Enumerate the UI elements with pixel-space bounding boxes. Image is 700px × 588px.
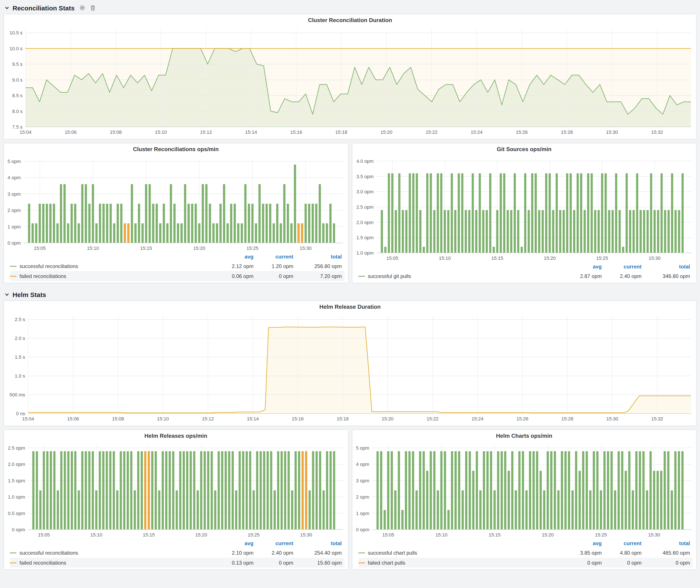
svg-text:15:30: 15:30: [648, 532, 660, 538]
svg-text:15:26: 15:26: [516, 416, 528, 422]
svg-text:1.5 s: 1.5 s: [15, 354, 25, 360]
legend-series-label: failed chart pulls: [368, 560, 405, 566]
svg-text:15:24: 15:24: [471, 416, 483, 422]
legend-header-row: avg current total: [358, 262, 693, 271]
row-cluster-duration: Cluster Reconciliation Duration 10.5 s10…: [3, 14, 697, 139]
helm-release-duration-chart[interactable]: 2.5 s2.0 s1.5 s1.0 s500 ms0 ns15:0415:06…: [5, 312, 695, 423]
helm-charts-opm-chart[interactable]: 5 opm4 opm3 opm2 opm1 opm0 opm15:0515:10…: [353, 441, 695, 539]
legend-total-value: 15.60 opm: [293, 560, 344, 566]
row-helm-rates: Helm Releases ops/min 2.5 opm2.0 opm1.5 …: [3, 430, 697, 570]
legend-series-toggle[interactable]: failed reconciliations: [10, 273, 214, 279]
svg-text:15:04: 15:04: [22, 416, 34, 422]
svg-text:3.5 opm: 3.5 opm: [356, 174, 374, 179]
legend-avg-value: 0 opm: [562, 560, 602, 566]
legend-avg-value: 2.87 opm: [562, 273, 602, 279]
series-color-dash: [10, 276, 16, 276]
legend-total-value: 7.20 opm: [293, 273, 344, 279]
svg-text:15:28: 15:28: [561, 416, 573, 422]
svg-text:2 opm: 2 opm: [356, 494, 369, 500]
svg-text:15:14: 15:14: [245, 129, 257, 135]
dashboard: Reconciliation Stats Cluster Reconciliat…: [0, 0, 700, 577]
svg-text:15:20: 15:20: [542, 532, 553, 538]
series-color-dash: [10, 552, 16, 553]
series-color-dash: [10, 266, 16, 267]
legend-sort-avg[interactable]: avg: [214, 540, 253, 546]
trash-icon[interactable]: [90, 5, 96, 11]
legend-sort-current[interactable]: current: [602, 264, 642, 270]
cluster-reconciliation-duration-chart[interactable]: 10.5 s10.0 s9.5 s9.0 s8.5 s8.0 s7.5 s15:…: [5, 26, 695, 136]
svg-text:5 opm: 5 opm: [8, 159, 21, 164]
svg-text:15:14: 15:14: [247, 416, 259, 422]
svg-text:15:22: 15:22: [426, 129, 437, 135]
legend-series-toggle[interactable]: successful git pulls: [358, 273, 562, 279]
series-color-dash: [358, 552, 365, 553]
svg-text:0.5 opm: 0.5 opm: [8, 511, 25, 516]
panel-title-cluster-reconciliation-duration[interactable]: Cluster Reconciliation Duration: [4, 14, 696, 26]
svg-text:15:06: 15:06: [65, 129, 77, 135]
svg-text:1 opm: 1 opm: [356, 511, 369, 516]
legend-series-toggle[interactable]: successful reconciliations: [10, 550, 214, 556]
legend-sort-total[interactable]: total: [293, 254, 344, 260]
cluster-reconciliations-opm-chart[interactable]: 5 opm4 opm3 opm2 opm1 opm0 opm15:0515:10…: [5, 155, 347, 252]
git-sources-opm-chart[interactable]: 4.0 opm3.5 opm3.0 opm2.5 opm2.0 opm1.5 o…: [353, 155, 695, 262]
legend-series-label: successful reconciliations: [19, 550, 78, 556]
gear-icon[interactable]: [79, 5, 85, 11]
legend-series-toggle[interactable]: failed reconciliations: [10, 560, 214, 566]
legend-current-value: 1.20 opm: [253, 263, 293, 269]
panel-helm-release-duration: Helm Release Duration 2.5 s2.0 s1.5 s1.0…: [3, 300, 697, 426]
legend-sort-total[interactable]: total: [642, 264, 693, 270]
svg-text:15:08: 15:08: [112, 416, 124, 422]
svg-text:15:20: 15:20: [381, 129, 392, 135]
svg-text:15:05: 15:05: [382, 532, 394, 538]
legend-series-toggle[interactable]: failed chart pulls: [358, 560, 562, 566]
svg-text:9.0 s: 9.0 s: [12, 77, 23, 83]
svg-text:15:20: 15:20: [544, 255, 555, 261]
legend-series-label: failed reconciliations: [19, 560, 66, 566]
panel-title-cluster-reconciliations-opm[interactable]: Cluster Reconciliations ops/min: [4, 143, 348, 155]
legend-sort-current[interactable]: current: [253, 540, 293, 546]
svg-text:15:05: 15:05: [386, 255, 398, 261]
legend-series-label: successful chart pulls: [368, 550, 417, 556]
legend-current-value: 2.40 opm: [253, 550, 293, 556]
legend-cluster-reconciliations: avg current total successful reconciliat…: [4, 252, 348, 283]
legend-sort-current[interactable]: current: [602, 540, 642, 546]
svg-text:15:32: 15:32: [651, 129, 663, 135]
legend-total-value: 465.60 opm: [642, 550, 693, 556]
svg-text:1.5 opm: 1.5 opm: [356, 235, 374, 240]
panel-title-helm-charts-opm[interactable]: Helm Charts ops/min: [352, 430, 696, 441]
chevron-down-icon: [4, 5, 10, 10]
svg-text:0 opm: 0 opm: [8, 240, 21, 246]
legend-sort-current[interactable]: current: [253, 254, 293, 260]
legend-row-successful-git-pulls: successful git pulls 2.87 opm 2.40 opm 3…: [358, 271, 693, 281]
legend-sort-total[interactable]: total: [293, 540, 344, 546]
svg-text:15:08: 15:08: [110, 129, 122, 135]
svg-text:15:25: 15:25: [595, 532, 607, 538]
legend-current-value: 0 opm: [253, 560, 293, 566]
legend-series-toggle[interactable]: successful chart pulls: [358, 550, 562, 556]
section-header-helm-stats[interactable]: Helm Stats: [3, 288, 697, 300]
panel-helm-charts-opm: Helm Charts ops/min 5 opm4 opm3 opm2 opm…: [352, 430, 697, 570]
svg-text:15:15: 15:15: [140, 246, 152, 251]
legend-sort-avg[interactable]: avg: [562, 264, 602, 270]
legend-avg-value: 0.13 opm: [214, 560, 253, 566]
section-header-reconciliation-stats[interactable]: Reconciliation Stats: [3, 2, 697, 14]
panel-git-sources-opm: Git Sources ops/min 4.0 opm3.5 opm3.0 op…: [352, 143, 697, 283]
svg-text:2.0 s: 2.0 s: [15, 336, 25, 341]
panel-title-helm-releases-opm[interactable]: Helm Releases ops/min: [4, 430, 348, 441]
legend-current-value: 2.40 opm: [602, 273, 642, 279]
svg-text:3 opm: 3 opm: [356, 478, 369, 483]
svg-text:2.0 opm: 2.0 opm: [356, 220, 374, 225]
helm-releases-opm-chart[interactable]: 2.5 opm2.0 opm1.5 opm1.0 opm0.5 opm0 opm…: [5, 441, 347, 539]
panel-title-git-sources-opm[interactable]: Git Sources ops/min: [352, 143, 696, 155]
svg-text:15:30: 15:30: [300, 532, 312, 538]
legend-series-toggle[interactable]: successful reconciliations: [10, 263, 214, 269]
svg-text:7.5 s: 7.5 s: [12, 124, 23, 130]
svg-text:4 opm: 4 opm: [8, 175, 21, 180]
svg-text:15:30: 15:30: [606, 416, 618, 422]
legend-sort-avg[interactable]: avg: [562, 540, 602, 546]
svg-text:0 opm: 0 opm: [12, 527, 25, 532]
panel-title-helm-release-duration[interactable]: Helm Release Duration: [4, 301, 696, 312]
legend-sort-total[interactable]: total: [642, 540, 693, 546]
svg-text:15:20: 15:20: [195, 532, 207, 538]
legend-sort-avg[interactable]: avg: [214, 254, 253, 260]
